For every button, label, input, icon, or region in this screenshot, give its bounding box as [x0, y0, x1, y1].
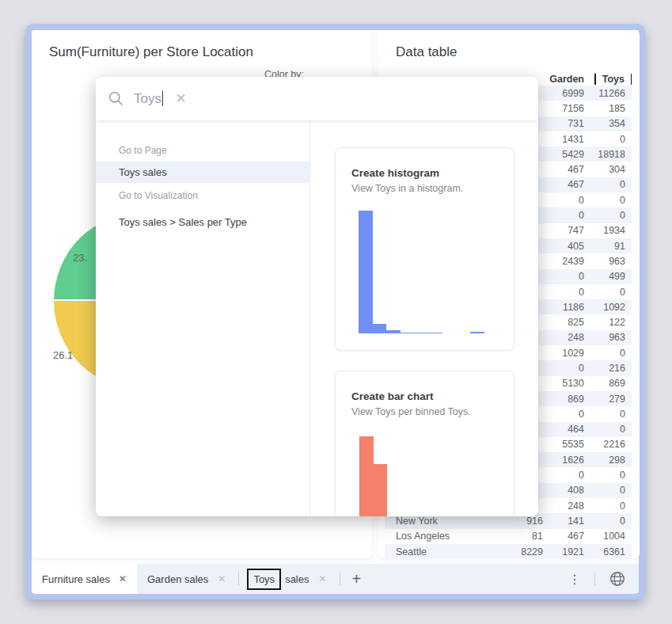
suggestion-title: Create bar chart — [351, 390, 434, 402]
table-cell: 0 — [589, 134, 632, 145]
table-cell: 0 — [548, 210, 589, 221]
table-cell: 408 — [548, 485, 589, 496]
screen: Sum(Furniture) per Store Location Color … — [0, 0, 672, 624]
table-cell: Los Angeles — [385, 531, 488, 542]
table-cell: 916 — [488, 516, 548, 527]
tab-furniture-sales[interactable]: Furniture sales ✕ — [32, 564, 137, 594]
table-cell: 8229 — [488, 546, 548, 557]
table-row: Los Angeles814671004 — [385, 529, 632, 544]
chart-bar — [374, 464, 388, 516]
table-cell: 0 — [548, 287, 589, 298]
toys-tab-focus-box: Toys — [247, 569, 281, 590]
table-cell: 0 — [589, 179, 632, 190]
table-cell: 298 — [589, 455, 632, 466]
search-overlay: Toys ✕ Go to Page Toys sales Go to Visua… — [96, 77, 538, 516]
close-tab-icon[interactable]: ✕ — [119, 573, 127, 584]
chart-bar — [428, 333, 442, 333]
table-cell: Seattle — [385, 546, 488, 557]
search-input[interactable]: Toys — [134, 91, 163, 107]
table-cell: 248 — [548, 332, 589, 343]
create-histogram-card[interactable]: Create histogram View Toys in a histogra… — [335, 147, 514, 351]
result-label: Toys sales — [119, 166, 167, 178]
table-cell: 248 — [548, 500, 589, 512]
clear-search-icon[interactable]: ✕ — [175, 90, 186, 107]
bar-chart-preview-chart — [359, 436, 387, 516]
table-cell: 869 — [589, 378, 632, 389]
table-cell: 0 — [589, 348, 632, 359]
table-cell: 0 — [589, 287, 632, 298]
tab-label: Furniture sales — [42, 573, 110, 585]
table-cell: 731 — [548, 118, 589, 129]
close-tab-icon[interactable]: ✕ — [318, 573, 326, 584]
table-cell: 1626 — [548, 455, 589, 466]
table-cell: 0 — [589, 500, 632, 512]
table-cell: 825 — [548, 317, 589, 328]
table-cell: 0 — [548, 470, 589, 481]
table-cell: 354 — [589, 118, 632, 129]
suggestion-title: Create histogram — [351, 167, 439, 179]
tab-toys-sales[interactable]: Toys sales ✕ — [241, 569, 336, 590]
table-cell: 467 — [548, 179, 589, 190]
table-cell: 0 — [589, 210, 632, 221]
globe-icon[interactable] — [609, 570, 626, 588]
table-cell: 0 — [589, 409, 632, 420]
table-cell: 91 — [589, 241, 632, 252]
close-tab-icon[interactable]: ✕ — [218, 573, 226, 584]
table-cell: 5535 — [548, 439, 589, 450]
search-bar[interactable]: Toys ✕ — [96, 77, 538, 120]
search-query-text: Toys — [134, 91, 161, 106]
table-cell: 499 — [589, 271, 632, 282]
table-cell: 1921 — [548, 546, 589, 557]
table-cell: 0 — [589, 516, 632, 527]
table-row: Seattle822919216361 — [385, 544, 632, 559]
chart-bar — [401, 333, 415, 333]
table-cell: 6361 — [589, 546, 632, 557]
section-go-to-visualization: Go to Visualization — [119, 190, 198, 201]
table-cell: 0 — [589, 195, 632, 206]
histogram-preview-chart — [359, 211, 512, 333]
table-cell: 185 — [589, 103, 632, 114]
table-cell: 2216 — [589, 439, 632, 450]
overflow-menu-icon[interactable]: ⋮ — [568, 572, 581, 587]
result-sales-per-type-viz[interactable]: Toys sales > Sales per Type — [96, 211, 309, 233]
search-icon — [108, 91, 123, 106]
table-cell: 1431 — [548, 134, 589, 145]
table-cell: 216 — [589, 363, 632, 374]
pie-slice-label-yellow: 26.1 — [53, 349, 73, 361]
table-cell: 1186 — [548, 302, 589, 313]
create-bar-chart-card[interactable]: Create bar chart View Toys per binned To… — [335, 371, 514, 516]
table-cell: 0 — [548, 195, 589, 206]
table-cell: 0 — [589, 485, 632, 496]
table-cell: 81 — [488, 531, 548, 542]
section-go-to-page: Go to Page — [119, 145, 167, 156]
col-header-toys[interactable]: Toys — [589, 74, 632, 85]
table-cell: 5130 — [548, 378, 589, 389]
pie-slice-label-green: 23. — [73, 252, 87, 264]
table-cell: 0 — [548, 363, 589, 374]
add-tab-button[interactable]: + — [352, 570, 362, 588]
table-cell: 18918 — [589, 149, 632, 160]
table-cell: 122 — [589, 317, 632, 328]
tab-separator — [594, 573, 595, 585]
table-cell: 1029 — [548, 348, 589, 359]
table-cell: 6999 — [548, 88, 589, 99]
overlay-divider — [309, 120, 310, 516]
col-header-garden[interactable]: Garden — [548, 74, 589, 85]
chart-bar — [373, 324, 387, 333]
table-cell: 5429 — [548, 149, 589, 160]
tab-garden-sales[interactable]: Garden sales ✕ — [137, 573, 236, 585]
table-cell: 869 — [548, 394, 589, 405]
chart-bar — [470, 332, 484, 333]
table-cell: 1092 — [589, 302, 632, 313]
result-toys-sales-page[interactable]: Toys sales — [96, 162, 309, 183]
table-cell: 0 — [589, 424, 632, 435]
suggestion-subtitle: View Toys per binned Toys. — [351, 406, 471, 417]
table-cell: 7156 — [548, 103, 589, 114]
chart-bar — [359, 436, 374, 516]
table-cell: 467 — [548, 164, 589, 175]
table-cell: 0 — [589, 470, 632, 481]
tab-separator — [238, 573, 239, 585]
table-cell: 405 — [548, 241, 589, 252]
table-cell: 11266 — [589, 88, 632, 99]
table-cell: 467 — [548, 531, 589, 542]
